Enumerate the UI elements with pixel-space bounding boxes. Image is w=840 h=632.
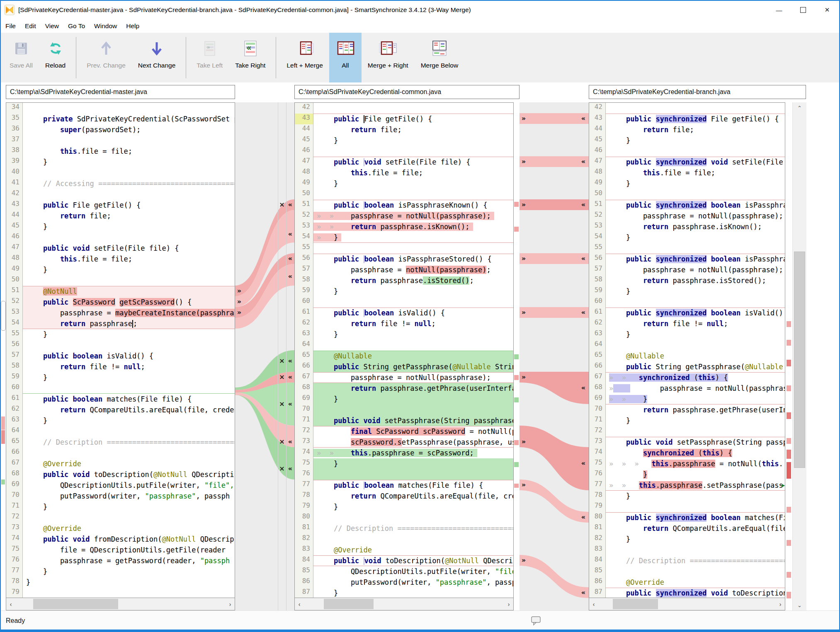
take-change-button[interactable]: «: [580, 254, 587, 264]
maximize-button[interactable]: [791, 1, 815, 19]
take-change-button[interactable]: »: [520, 157, 527, 167]
line-number: 68: [6, 469, 22, 480]
toolbar-button-left-merge[interactable]: Left + Merge: [280, 33, 329, 82]
code-line: passphrase = notNull(passphrase);: [606, 211, 785, 221]
take-change-button[interactable]: «: [580, 200, 587, 210]
discard-change-button[interactable]: ×: [278, 437, 286, 447]
take-change-button[interactable]: «: [580, 114, 587, 123]
take-change-button[interactable]: «: [580, 157, 587, 167]
menu-bar: FileEditViewGo ToWindowHelp: [1, 19, 839, 33]
take-change-button[interactable]: «: [286, 271, 294, 281]
take-change-button[interactable]: »: [520, 200, 527, 210]
take-change-button[interactable]: »: [520, 254, 527, 264]
toolbar-button-reload[interactable]: Reload: [39, 33, 72, 82]
toolbar-button-next-change[interactable]: Next Change: [132, 33, 182, 82]
code-line: return passphrase;: [23, 318, 235, 329]
discard-change-button[interactable]: ×: [278, 200, 286, 210]
take-change-button[interactable]: «: [286, 372, 294, 382]
take-change-button[interactable]: «: [580, 588, 587, 598]
take-change-button[interactable]: «: [580, 458, 587, 468]
line-number: 64: [589, 340, 605, 351]
pane-middle[interactable]: 4243444546474849505152535455565758596061…: [294, 102, 514, 610]
take-change-button[interactable]: «: [286, 437, 294, 447]
code-line: [23, 167, 235, 178]
right-code[interactable]: public synchronized File getFile() { ret…: [606, 103, 785, 598]
code-line: public File getFile() {: [313, 114, 513, 124]
code-line: [606, 146, 785, 157]
toolbar-label: Left + Merge: [286, 62, 323, 69]
toolbar-button-take-right[interactable]: «Take Right: [229, 33, 272, 82]
discard-change-button[interactable]: ×: [278, 464, 286, 474]
scroll-right-icon[interactable]: ›: [504, 598, 513, 610]
take-change-button[interactable]: »: [520, 308, 527, 317]
take-change-button[interactable]: »: [520, 114, 527, 123]
code-line: }: [23, 415, 235, 426]
take-change-button[interactable]: «: [286, 464, 294, 474]
middle-hscrollbar[interactable]: ‹›: [295, 598, 513, 610]
pane-right[interactable]: 4243444546474849505152535455565758596061…: [589, 102, 785, 610]
middle-code[interactable]: public File getFile() { return file; } p…: [313, 103, 513, 598]
line-number: 81: [295, 523, 313, 534]
vscroll-thumb[interactable]: [794, 252, 805, 468]
take-change-button[interactable]: »: [235, 286, 243, 296]
code-line: [313, 404, 513, 415]
take-change-button[interactable]: »: [520, 372, 527, 382]
code-line: return QCompareUtils.areEqual(file, cred: [313, 491, 513, 501]
take-change-button[interactable]: «: [286, 254, 294, 264]
toolbar-label: Prev. Change: [87, 62, 126, 69]
menu-item-window[interactable]: Window: [90, 22, 121, 30]
toolbar-button-merge-right[interactable]: Merge + Right: [362, 33, 415, 82]
toolbar-label: Merge + Right: [368, 62, 408, 69]
line-number: 57: [295, 264, 313, 275]
take-change-button[interactable]: «: [580, 308, 587, 317]
take-change-button[interactable]: »: [520, 480, 527, 490]
menu-item-file[interactable]: File: [1, 22, 20, 30]
scroll-down-icon[interactable]: ⌄: [793, 600, 806, 610]
discard-change-button[interactable]: ×: [278, 356, 286, 366]
minimize-button[interactable]: —: [767, 1, 791, 19]
middle-hscroll-thumb[interactable]: [324, 599, 374, 609]
left-code[interactable]: private SdPrivateKeyCredential(ScPasswor…: [23, 103, 235, 598]
take-change-button[interactable]: «: [286, 200, 294, 210]
take-change-button[interactable]: »: [235, 308, 243, 317]
take-change-button[interactable]: «: [286, 356, 294, 366]
left-hscrollbar[interactable]: ‹›: [6, 598, 235, 610]
discard-change-button[interactable]: ×: [278, 372, 286, 382]
code-line: public synchronized void toDescription(: [606, 588, 785, 598]
take-change-button[interactable]: «: [580, 383, 587, 393]
take-change-button[interactable]: »: [520, 555, 527, 565]
scroll-right-icon[interactable]: ›: [226, 598, 235, 610]
code-line: [313, 146, 513, 157]
take-change-button[interactable]: «: [286, 399, 294, 409]
scroll-left-icon[interactable]: ‹: [295, 598, 304, 610]
scroll-right-icon[interactable]: ›: [776, 598, 785, 610]
change-mark: [514, 227, 519, 232]
menu-item-view[interactable]: View: [41, 22, 63, 30]
code-line: this.file = file;: [313, 167, 513, 178]
take-change-button[interactable]: »: [520, 437, 527, 447]
change-mark: [1, 430, 5, 444]
toolbar-button-all[interactable]: All: [329, 33, 362, 82]
code-line: }: [606, 469, 785, 480]
take-change-button[interactable]: «: [580, 512, 587, 522]
comment-bubble-icon[interactable]: [531, 616, 541, 626]
scroll-up-icon[interactable]: ⌃: [793, 102, 806, 113]
menu-item-go-to[interactable]: Go To: [63, 22, 90, 30]
take-change-button[interactable]: »: [235, 297, 243, 307]
left-hscroll-thumb[interactable]: [33, 599, 118, 609]
discard-change-button[interactable]: ×: [278, 399, 286, 409]
vertical-scrollbar[interactable]: ⌃ ⌄: [793, 102, 806, 610]
code-line: this.file = file;: [23, 146, 235, 157]
change-mark: [787, 340, 791, 346]
toolbar-button-merge-below[interactable]: Merge Below: [415, 33, 464, 82]
line-number: 65: [6, 437, 22, 448]
menu-item-edit[interactable]: Edit: [20, 22, 41, 30]
right-hscroll-thumb[interactable]: [613, 599, 658, 609]
take-change-button[interactable]: «: [286, 229, 294, 239]
pane-left[interactable]: 3435363738394041424344454647484950515253…: [6, 102, 235, 610]
menu-item-help[interactable]: Help: [121, 22, 144, 30]
close-button[interactable]: ✕: [815, 1, 839, 19]
right-hscrollbar[interactable]: ‹›: [589, 598, 785, 610]
scroll-left-icon[interactable]: ‹: [589, 598, 598, 610]
scroll-left-icon[interactable]: ‹: [6, 598, 15, 610]
